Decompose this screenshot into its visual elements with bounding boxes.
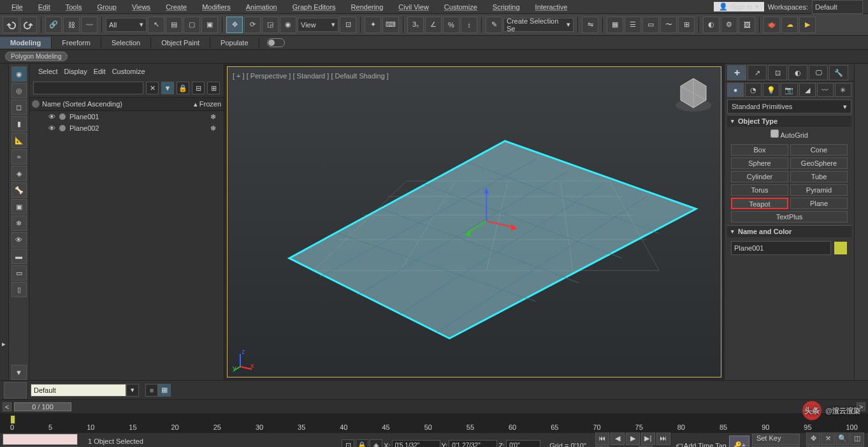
menu-file[interactable]: File	[5, 1, 29, 13]
curve-editor-button[interactable]: 〜	[660, 17, 677, 33]
nav-fov-button[interactable]: ◫	[850, 431, 864, 445]
play-button[interactable]: ▶	[626, 431, 640, 445]
material-swatch[interactable]	[4, 382, 27, 399]
y-coord-input[interactable]	[449, 440, 497, 448]
prim-cylinder-button[interactable]: Cylinder	[731, 171, 788, 182]
rotate-button[interactable]: ⟳	[244, 17, 261, 33]
next-frame-button[interactable]: ▶|	[641, 431, 655, 445]
polygon-modeling-pill[interactable]: Polygon Modeling	[5, 52, 68, 61]
prim-textplus-button[interactable]: TextPlus	[731, 211, 848, 223]
menu-civilview[interactable]: Civil View	[392, 1, 435, 13]
timeline-playhead-icon[interactable]	[10, 415, 15, 424]
outliner-lock-button[interactable]: 🔒	[177, 82, 189, 94]
lights-button[interactable]: 💡	[763, 83, 779, 97]
eye-icon[interactable]: 👁	[48, 113, 55, 121]
timeline-ruler[interactable]: 05 1015 2025 3035 4045 5055 6065 7075 80…	[0, 413, 868, 432]
slider-left-button[interactable]: <	[3, 402, 11, 411]
placement-button[interactable]: ◉	[280, 17, 296, 33]
display-shapes-button[interactable]: ◻	[11, 99, 27, 115]
schematic-view-button[interactable]: ⊞	[678, 17, 695, 33]
pivot-button[interactable]: ⊡	[340, 17, 356, 33]
unlink-button[interactable]: ⛓	[63, 17, 80, 33]
menu-customize[interactable]: Customize	[438, 1, 484, 13]
lock-button[interactable]: 🔒	[356, 439, 368, 448]
snowflake-icon[interactable]: ❄	[210, 124, 216, 133]
mirror-button[interactable]: ⇋	[582, 17, 598, 33]
helpers-button[interactable]: ◢	[799, 83, 816, 97]
outliner-search-input[interactable]	[33, 82, 143, 94]
workspaces-dropdown[interactable]: Default	[812, 0, 863, 14]
toggle-ribbon-button[interactable]: ▭	[642, 17, 659, 33]
lock-selection-button[interactable]: ⊡	[342, 439, 354, 448]
prev-frame-button[interactable]: ◀	[611, 431, 625, 445]
x-coord-input[interactable]	[392, 440, 440, 448]
display-hidden-button[interactable]: 👁	[11, 232, 27, 247]
goto-end-button[interactable]: ⏭	[656, 431, 670, 445]
link-button[interactable]: 🔗	[45, 17, 62, 33]
ribbon-populate[interactable]: Populate	[210, 37, 259, 48]
setkey-button[interactable]: Set Key	[752, 434, 800, 445]
object-name-input[interactable]	[731, 241, 831, 255]
render-last-button[interactable]: ▶	[799, 17, 816, 33]
shapes-button[interactable]: ◔	[745, 83, 762, 97]
edit-selection-button[interactable]: ✎	[486, 17, 502, 33]
menu-edit[interactable]: Edit	[32, 1, 57, 13]
manipulate-button[interactable]: ✦	[365, 17, 381, 33]
outliner-row-plane001[interactable]: 👁 Plane001 ❄	[29, 111, 224, 122]
prim-sphere-button[interactable]: Sphere	[731, 158, 788, 169]
display-all-button[interactable]: ◉	[11, 66, 27, 82]
undo-button[interactable]	[3, 17, 19, 33]
refcoord-dropdown[interactable]: View▾	[298, 18, 338, 32]
add-time-tag-button[interactable]: Add Time Tag	[684, 442, 727, 448]
snap-toggle-button[interactable]: 3ₛ	[407, 17, 424, 33]
rectangle-select-button[interactable]: ▢	[184, 17, 200, 33]
ribbon-objectpaint[interactable]: Object Paint	[151, 37, 210, 48]
display-frozen-button[interactable]: ❄	[11, 216, 27, 231]
menu-create[interactable]: Create	[159, 1, 193, 13]
layer-explorer-button[interactable]: ☰	[625, 17, 641, 33]
ribbon-freeform[interactable]: Freeform	[52, 37, 101, 48]
ribbon-modeling[interactable]: Modeling	[0, 37, 52, 48]
bottom-filter-button[interactable]: ▼	[11, 365, 27, 380]
outliner-search-clear[interactable]: ✕	[146, 82, 159, 94]
bind-button[interactable]: 〰	[81, 17, 98, 33]
eye-icon[interactable]: 👁	[48, 124, 55, 132]
cameras-button[interactable]: 📷	[781, 83, 797, 97]
systems-button[interactable]: ✳	[835, 83, 851, 97]
menu-group[interactable]: Group	[90, 1, 123, 13]
redo-button[interactable]	[20, 17, 37, 33]
align-button[interactable]: ▦	[607, 17, 623, 33]
primitive-category-dropdown[interactable]: Standard Primitives▾	[727, 99, 851, 114]
sidebar-expand[interactable]: ▸	[0, 64, 9, 380]
outliner-name-header[interactable]: Name (Sorted Ascending)	[42, 100, 122, 108]
display-helpers-button[interactable]: ≈	[11, 149, 27, 165]
hierarchy-tab[interactable]: ⊡	[768, 65, 787, 80]
outliner-hier1-button[interactable]: ⊟	[192, 82, 205, 94]
render-button[interactable]: 🫖	[763, 17, 780, 33]
object-color-swatch[interactable]	[834, 241, 848, 255]
display-tab[interactable]: 🖵	[809, 65, 828, 80]
utilities-tab[interactable]: 🔧	[829, 65, 848, 80]
keyboard-shortcut-button[interactable]: ⌨	[382, 17, 399, 33]
display-box1-button[interactable]: ▬	[11, 249, 27, 264]
menu-rendering[interactable]: Rendering	[345, 1, 390, 13]
menu-tools[interactable]: Tools	[59, 1, 89, 13]
named-selection-dropdown[interactable]: Create Selection Se▾	[503, 18, 574, 32]
outliner-edit[interactable]: Edit	[94, 68, 106, 75]
move-button[interactable]: ✥	[226, 17, 243, 33]
motion-tab[interactable]: ◐	[788, 65, 807, 80]
prim-geosphere-button[interactable]: GeoSphere	[790, 158, 848, 169]
ribbon-selection[interactable]: Selection	[101, 37, 151, 48]
abs-rel-button[interactable]: ◈	[370, 439, 382, 448]
z-coord-input[interactable]	[506, 440, 540, 448]
isolate-button[interactable]: ▦	[158, 384, 171, 397]
scale-button[interactable]: ◲	[262, 17, 278, 33]
autokey-button[interactable]: 🔑+	[729, 436, 749, 448]
select-object-button[interactable]: ↖	[148, 17, 164, 33]
render-setup-button[interactable]: ⚙	[721, 17, 737, 33]
goto-start-button[interactable]: ⏮	[595, 431, 609, 445]
render-frame-button[interactable]: 🖼	[739, 17, 755, 33]
selection-filter-dropdown[interactable]: All▾	[106, 18, 147, 32]
prim-plane-button[interactable]: Plane	[790, 198, 848, 209]
display-box3-button[interactable]: ▯	[11, 282, 27, 297]
